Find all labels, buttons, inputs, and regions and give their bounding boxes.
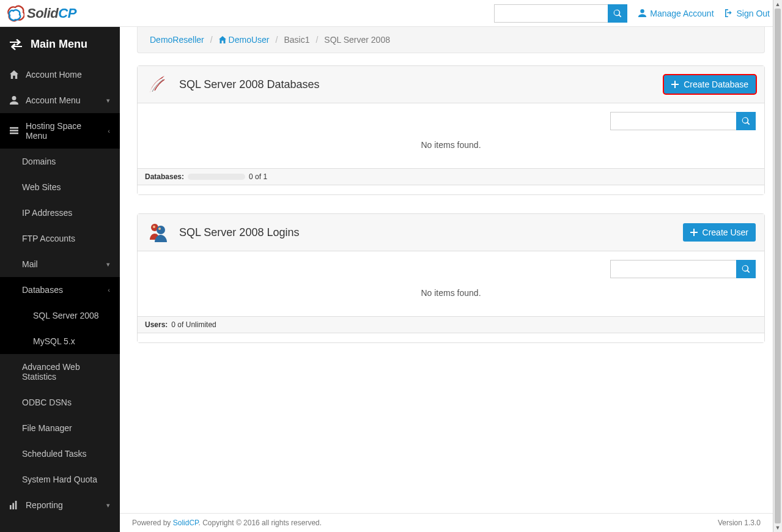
content: DemoReseller / DemoUser / Basic1 / SQL S… (120, 27, 782, 532)
main-menu-header: Main Menu (0, 27, 120, 62)
create-database-label: Create Database (684, 79, 748, 89)
breadcrumb: DemoReseller / DemoUser / Basic1 / SQL S… (137, 27, 765, 53)
panel-trailing (138, 185, 764, 194)
logins-search-input[interactable] (610, 260, 736, 278)
chevron-left-icon: ‹ (108, 127, 110, 135)
sign-out-icon (725, 9, 733, 17)
nav-label: Scheduled Tasks (22, 449, 87, 459)
nav-account-home[interactable]: Account Home (0, 62, 120, 87)
sidebar-item-mail[interactable]: Mail▾ (0, 251, 120, 277)
user-icon (10, 96, 18, 105)
nav-label: SQL Server 2008 (33, 311, 99, 320)
databases-search (610, 112, 756, 130)
users-icon (146, 220, 171, 245)
logins-footer-label: Users: (145, 320, 168, 329)
scroll-up-icon[interactable]: ▲ (773, 0, 782, 9)
breadcrumb-separator: / (315, 35, 318, 45)
logo[interactable]: SolidCP (6, 5, 76, 22)
sidebar-item-odbc[interactable]: ODBC DSNs (0, 390, 120, 415)
sidebar-item-tasks[interactable]: Scheduled Tasks (0, 441, 120, 467)
user-icon (638, 9, 646, 17)
sidebar-item-aws[interactable]: Advanced Web Statistics (0, 354, 120, 390)
nav-label: IP Addresses (22, 208, 72, 218)
breadcrumb-separator: / (210, 35, 213, 45)
breadcrumb-user-label: DemoUser (229, 35, 270, 45)
window-scrollbar[interactable]: ▲ ▼ (773, 0, 782, 532)
nav-account-menu[interactable]: Account Menu ▾ (0, 87, 120, 113)
databases-footer: Databases: 0 of 1 (138, 168, 764, 185)
sidebar-item-ip[interactable]: IP Addresses (0, 200, 120, 226)
sidebar-item-sql2008[interactable]: SQL Server 2008 (0, 303, 120, 328)
create-user-button[interactable]: Create User (683, 223, 756, 242)
nav-hosting-space[interactable]: Hosting Space Menu ‹ (0, 113, 120, 149)
nav-label: Account Menu (26, 95, 81, 105)
sign-out-label: Sign Out (737, 9, 770, 18)
server-icon (10, 127, 18, 135)
sidebar-item-ftp[interactable]: FTP Accounts (0, 226, 120, 251)
logins-footer: Users: 0 of Unlimited (138, 316, 764, 333)
svg-rect-2 (10, 133, 18, 135)
chevron-left-icon: ‹ (108, 286, 110, 294)
global-search (494, 4, 627, 23)
scroll-down-icon[interactable]: ▼ (773, 523, 782, 532)
databases-search-button[interactable] (736, 112, 756, 130)
databases-search-input[interactable] (610, 112, 736, 130)
create-user-label: Create User (703, 227, 748, 237)
breadcrumb-page: SQL Server 2008 (324, 35, 390, 45)
logins-title: SQL Server 2008 Logins (179, 226, 299, 239)
sign-out-link[interactable]: Sign Out (725, 9, 770, 18)
logins-search (610, 260, 756, 278)
svg-rect-5 (15, 501, 17, 509)
search-icon (742, 265, 750, 273)
sql-server-icon (146, 72, 171, 97)
footer-rest: . Copyright © 2016 all rights reserved. (199, 519, 322, 527)
topbar: SolidCP Manage Account (0, 0, 782, 27)
nav-label: System Hard Quota (22, 475, 97, 484)
sidebar-item-quota[interactable]: System Hard Quota (0, 467, 120, 492)
breadcrumb-space: Basic1 (284, 35, 309, 45)
breadcrumb-separator: / (276, 35, 278, 45)
nav-label: File Manager (22, 423, 72, 433)
plus-icon (671, 81, 679, 88)
chevron-down-icon: ▾ (106, 501, 110, 509)
databases-title: SQL Server 2008 Databases (179, 78, 319, 91)
panel-trailing (138, 333, 764, 342)
nav-label: Databases (22, 285, 63, 295)
search-button[interactable] (608, 4, 627, 23)
breadcrumb-user[interactable]: DemoUser (219, 35, 270, 45)
sidebar: Main Menu Account Home Account Menu ▾ (0, 27, 120, 532)
manage-account-link[interactable]: Manage Account (638, 9, 714, 18)
home-icon (10, 70, 18, 79)
plus-icon (690, 229, 698, 236)
svg-rect-0 (10, 127, 18, 129)
databases-footer-label: Databases: (145, 172, 184, 181)
search-icon (613, 9, 622, 18)
logins-footer-value: 0 of Unlimited (171, 320, 216, 329)
nav-label: Reporting (26, 500, 63, 510)
nav-label: FTP Accounts (22, 234, 75, 243)
create-database-button[interactable]: Create Database (664, 75, 756, 94)
search-input[interactable] (494, 4, 608, 23)
logins-search-button[interactable] (736, 260, 756, 278)
sidebar-item-mysql[interactable]: MySQL 5.x (0, 328, 120, 354)
chart-icon (10, 501, 18, 509)
sidebar-item-file-manager[interactable]: File Manager (0, 415, 120, 441)
sidebar-item-websites[interactable]: Web Sites (0, 174, 120, 200)
sidebar-item-databases[interactable]: Databases‹ (0, 277, 120, 303)
breadcrumb-reseller[interactable]: DemoReseller (150, 35, 204, 45)
chevron-down-icon: ▾ (106, 97, 110, 105)
nav-label: MySQL 5.x (33, 336, 75, 346)
footer-brand-link[interactable]: SolidCP (173, 519, 199, 527)
databases-progress (188, 174, 245, 180)
sidebar-item-domains[interactable]: Domains (0, 149, 120, 174)
svg-rect-1 (10, 130, 18, 131)
scroll-thumb[interactable] (775, 9, 781, 523)
nav-reporting[interactable]: Reporting ▾ (0, 492, 120, 518)
swap-icon (10, 39, 22, 50)
footer-version: Version 1.3.0 (718, 519, 761, 527)
svg-point-9 (153, 226, 155, 228)
logo-icon (6, 5, 24, 22)
manage-account-label: Manage Account (650, 9, 714, 18)
nav-label: Hosting Space Menu (26, 121, 100, 141)
footer-powered: Powered by (132, 519, 173, 527)
